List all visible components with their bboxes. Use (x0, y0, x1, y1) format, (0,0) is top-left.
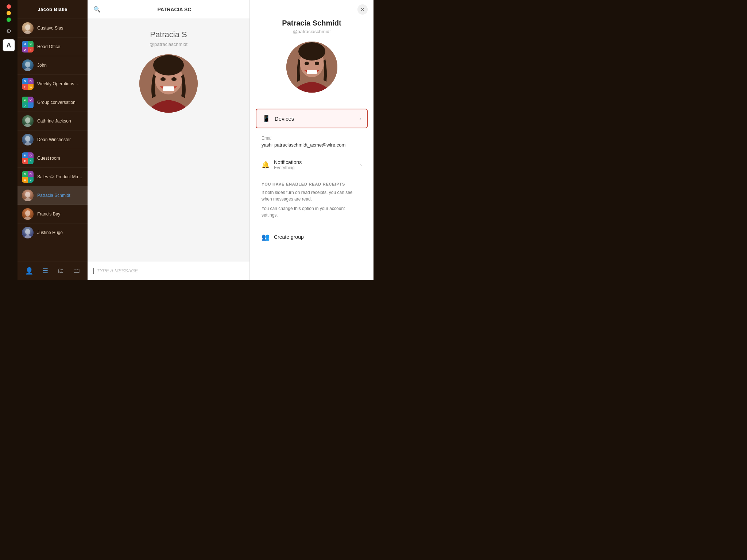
devices-icon: 📱 (262, 114, 270, 122)
sidebar-list: Gustavo SiasBCDFHead Office JohnBDFGWeek… (18, 19, 88, 261)
avatar-cell: B (22, 152, 28, 158)
svg-point-3 (25, 62, 30, 67)
avatar-cell: B (22, 78, 28, 84)
group-avatar: BDFG (22, 78, 34, 90)
sidebar-item-guest-room[interactable]: BDFJGuest room (18, 149, 88, 168)
sidebar-item-patracia[interactable]: Patracia Schmidt (18, 186, 88, 205)
sidebar-contact-name: Gustavo Sias (37, 26, 63, 31)
avatar-cell: J (28, 158, 34, 164)
group-avatar: CDJ (22, 97, 34, 108)
notifications-text: Notifications Everything (274, 159, 356, 170)
sidebar-item-justine[interactable]: Justine Hugo (18, 223, 88, 242)
read-receipts-text2: You can change this option in your accou… (262, 205, 362, 218)
gear-icon[interactable]: ⚙ (6, 28, 11, 35)
chat-icon[interactable]: ☰ (39, 265, 51, 276)
people-icon[interactable]: 👤 (22, 265, 36, 276)
avatar-cell: D (28, 78, 34, 84)
sidebar-contact-name: Sales <> Product Management (37, 174, 83, 179)
person-avatar (22, 190, 34, 201)
read-receipts-section: YOU HAVE ENABLED READ RECEIPTS If both s… (250, 182, 374, 229)
minimize-button[interactable] (7, 11, 11, 15)
search-icon[interactable]: 🔍 (93, 6, 101, 13)
avatar-cell: C (22, 171, 28, 177)
avatar-cell: D (28, 171, 34, 177)
profile-avatar-svg (139, 54, 198, 113)
person-avatar (22, 134, 34, 145)
svg-point-24 (315, 62, 319, 65)
avatar-cell: C (28, 41, 34, 47)
maximize-button[interactable] (7, 18, 11, 22)
devices-label: Devices (275, 116, 355, 122)
bell-icon: 🔔 (262, 161, 270, 169)
svg-point-11 (25, 210, 30, 216)
sidebar-item-weekly-ops[interactable]: BDFGWeekly Operations Meeting (18, 75, 88, 93)
profile-panel: ✕ Patracia Schmidt @patraciaschmidt 📱 De… (249, 0, 374, 280)
chat-footer: TYPE A MESSAGE (88, 261, 249, 280)
profile-name: Patracia Schmidt (282, 19, 341, 27)
sidebar-contact-name: Dean Winchester (37, 137, 71, 142)
svg-point-13 (25, 229, 30, 235)
svg-point-7 (25, 136, 30, 142)
person-avatar (22, 115, 34, 127)
person-avatar (22, 208, 34, 220)
avatar-cell: G (22, 177, 28, 183)
avatar-cell: F (28, 47, 34, 52)
profile-photo-large (286, 42, 337, 93)
avatar-cell: J (22, 102, 28, 108)
chat-header-name: PATRACIA SC (105, 7, 244, 12)
svg-point-17 (160, 77, 166, 81)
sidebar-item-group-conv[interactable]: CDJGroup conversation (18, 93, 88, 112)
sidebar-item-francis[interactable]: Francis Bay (18, 205, 88, 223)
sidebar-item-sales-pm[interactable]: CDGJSales <> Product Management (18, 168, 88, 186)
create-group-label: Create group (274, 234, 304, 240)
profile-panel-header: ✕ (250, 0, 374, 19)
account-avatar[interactable]: A (3, 39, 15, 51)
devices-row[interactable]: 📱 Devices › (256, 109, 368, 128)
profile-handle: @patraciaschmidt (293, 29, 330, 34)
chat-profile-name: Patracia S (150, 30, 187, 39)
chevron-right-icon: › (359, 116, 361, 121)
read-receipts-text1: If both sides turn on read receipts, you… (262, 189, 362, 202)
avatar-cell: D (28, 152, 34, 158)
avatar-cell: G (28, 84, 34, 90)
close-button[interactable] (7, 4, 11, 9)
sidebar-item-john[interactable]: John (18, 56, 88, 75)
sidebar-title: Jacob Blake (38, 7, 67, 12)
email-section: Email yash+patraciaschmidt_acme@wire.com (250, 136, 374, 155)
sidebar-contact-name: Group conversation (37, 100, 76, 105)
chat-area: 🔍 PATRACIA SC Patracia S @patraciaschmid… (88, 0, 249, 280)
message-cursor (93, 268, 94, 274)
sidebar-item-gustavo[interactable]: Gustavo Sias (18, 19, 88, 38)
close-panel-button[interactable]: ✕ (357, 4, 368, 15)
group-avatar: BDFJ (22, 152, 34, 164)
notifications-row[interactable]: 🔔 Notifications Everything › (256, 155, 368, 175)
sidebar-header: Jacob Blake (18, 0, 88, 19)
sidebar-item-dean[interactable]: Dean Winchester (18, 131, 88, 149)
notifications-chevron-icon: › (360, 162, 362, 168)
sidebar-contact-name: John (37, 63, 47, 68)
svg-point-1 (25, 24, 30, 30)
message-input[interactable]: TYPE A MESSAGE (97, 268, 138, 273)
person-avatar (22, 22, 34, 34)
create-group-row[interactable]: 👥 Create group (256, 229, 368, 245)
chat-header: 🔍 PATRACIA SC (88, 0, 249, 19)
person-avatar (22, 59, 34, 71)
sidebar-item-cathrine[interactable]: Cathrine Jackson (18, 112, 88, 131)
avatar-cell (28, 102, 34, 108)
sidebar-contact-name: Justine Hugo (37, 230, 63, 235)
chat-profile-photo (139, 54, 198, 113)
sidebar-contact-name: Guest room (37, 156, 60, 161)
sidebar: Jacob Blake Gustavo SiasBCDFHead Office … (18, 0, 88, 280)
sidebar-contact-name: Head Office (37, 44, 60, 49)
sidebar-contact-name: Francis Bay (37, 211, 60, 217)
avatar-cell: D (28, 97, 34, 102)
svg-point-16 (153, 55, 184, 75)
avatar-cell: F (22, 158, 28, 164)
folder-icon[interactable]: 🗂 (55, 265, 67, 276)
svg-rect-19 (163, 86, 174, 91)
group-avatar: BCDF (22, 41, 34, 52)
avatar-cell: F (22, 84, 28, 90)
chat-profile-handle: @patraciaschmidt (150, 42, 187, 47)
archive-icon[interactable]: 🗃 (70, 265, 83, 276)
sidebar-item-head-office[interactable]: BCDFHead Office (18, 38, 88, 56)
